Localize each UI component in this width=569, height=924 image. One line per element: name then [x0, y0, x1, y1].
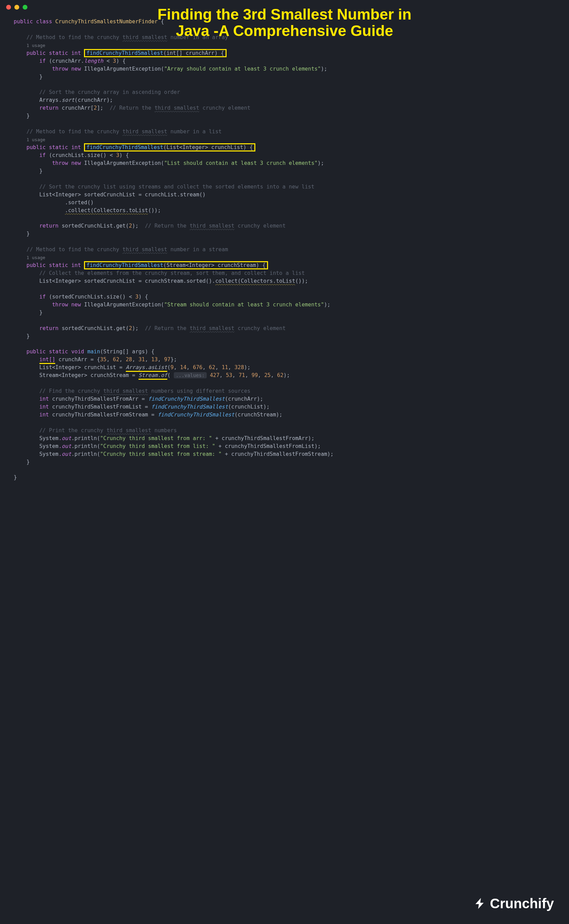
code-block[interactable]: public class CrunchyThirdSmallestNumberF… [0, 0, 569, 495]
code-editor-window: Finding the 3rd Smallest Number in Java … [0, 0, 569, 924]
method-highlight-1: findCrunchyThirdSmallest(int[] crunchArr… [84, 49, 226, 57]
crunchify-icon [473, 897, 486, 910]
comment: // Method to find the crunchy third smal… [26, 129, 221, 135]
kw-public: public [14, 18, 33, 25]
logo-text: Crunchify [490, 894, 554, 914]
arrays-aslist-underline: Arrays.asList [126, 364, 167, 372]
int-array-underline: int[] [40, 356, 56, 364]
comment: // Print the crunchy third smallest numb… [40, 427, 177, 433]
maximize-icon[interactable] [23, 5, 27, 10]
class-name: CrunchyThirdSmallestNumberFinder [55, 18, 158, 25]
usage-hint[interactable]: 1 usage [26, 43, 45, 48]
method-highlight-3: findCrunchyThirdSmallest(Stream<Integer>… [84, 261, 268, 269]
crunchify-logo: Crunchify [473, 894, 554, 914]
minimize-icon[interactable] [14, 5, 19, 10]
usage-hint[interactable]: 1 usage [26, 137, 45, 142]
comment: // Sort the crunchy array in ascending o… [40, 89, 180, 95]
comment: // Method to find the crunchy third smal… [26, 34, 228, 40]
stream-of-underline: Stream.of [138, 372, 167, 380]
method-highlight-2: findCrunchyThirdSmallest(List<Integer> c… [84, 143, 255, 152]
comment: // Sort the crunchy list using streams a… [40, 184, 315, 190]
close-icon[interactable] [6, 5, 11, 10]
usage-hint[interactable]: 1 usage [26, 255, 45, 260]
param-hint: ...values: [174, 372, 207, 378]
kw-class: class [36, 18, 52, 25]
comment: // Method to find the crunchy third smal… [26, 246, 228, 252]
comment: // Collect the elements from the crunchy… [40, 270, 305, 276]
window-traffic-lights [6, 5, 27, 10]
comment: // Find the crunchy third smallest numbe… [40, 388, 251, 394]
